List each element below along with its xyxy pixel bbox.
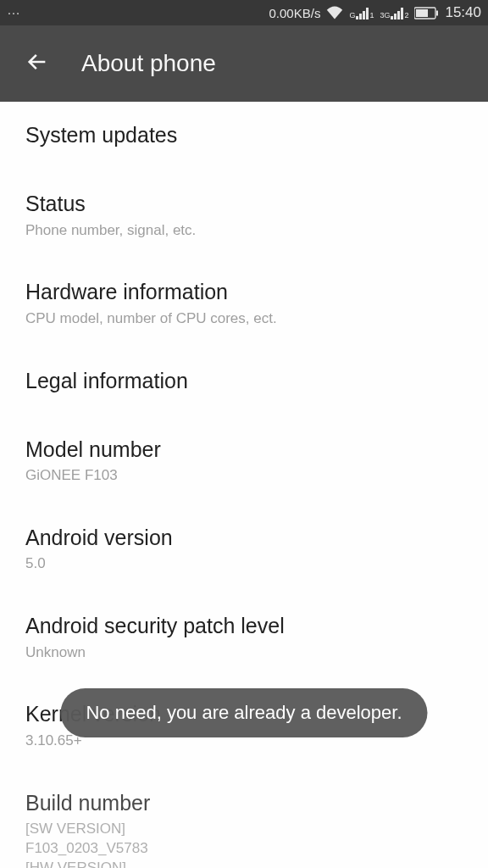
network-speed: 0.00KB/s <box>269 6 321 20</box>
item-subtitle: 5.0 <box>25 554 463 574</box>
overflow-indicator-icon: … <box>7 3 19 18</box>
item-title: Build number <box>25 790 463 816</box>
battery-icon <box>414 7 439 19</box>
signal-sim2-icon: 3G 2 <box>380 7 408 19</box>
app-header: About phone <box>0 25 488 102</box>
item-title: System updates <box>25 122 463 148</box>
item-subtitle: Phone number, signal, etc. <box>25 221 463 241</box>
item-title: Status <box>25 191 463 217</box>
item-build-number[interactable]: Build number [SW VERSION] F103_0203_V578… <box>25 770 463 868</box>
item-system-updates[interactable]: System updates <box>25 102 463 170</box>
item-legal-information[interactable]: Legal information <box>25 348 463 416</box>
item-title: Hardware information <box>25 279 463 305</box>
item-title: Android security patch level <box>25 613 463 639</box>
signal-sim1-icon: G 1 <box>349 7 374 19</box>
wifi-icon <box>326 6 343 19</box>
svg-rect-1 <box>416 9 428 17</box>
back-icon[interactable] <box>25 50 49 77</box>
item-security-patch[interactable]: Android security patch level Unknown <box>25 593 463 681</box>
item-subtitle: Unknown <box>25 643 463 663</box>
item-title: Model number <box>25 437 463 463</box>
page-title: About phone <box>81 50 216 77</box>
item-subtitle: [SW VERSION] F103_0203_V5783 [HW VERSION… <box>25 820 463 868</box>
svg-rect-2 <box>436 10 438 15</box>
item-title: Legal information <box>25 368 463 394</box>
item-subtitle: GiONEE F103 <box>25 466 463 486</box>
item-model-number[interactable]: Model number GiONEE F103 <box>25 416 463 504</box>
item-status[interactable]: Status Phone number, signal, etc. <box>25 170 463 259</box>
item-title: Android version <box>25 525 463 551</box>
clock: 15:40 <box>445 4 481 21</box>
item-hardware-information[interactable]: Hardware information CPU model, number o… <box>25 259 463 347</box>
settings-list[interactable]: System updates Status Phone number, sign… <box>0 102 488 868</box>
status-bar: … 0.00KB/s G 1 3G 2 <box>0 0 488 25</box>
item-android-version[interactable]: Android version 5.0 <box>25 504 463 593</box>
item-subtitle: CPU model, number of CPU cores, ect. <box>25 309 463 329</box>
toast-message: No need, you are already a developer. <box>60 688 427 737</box>
